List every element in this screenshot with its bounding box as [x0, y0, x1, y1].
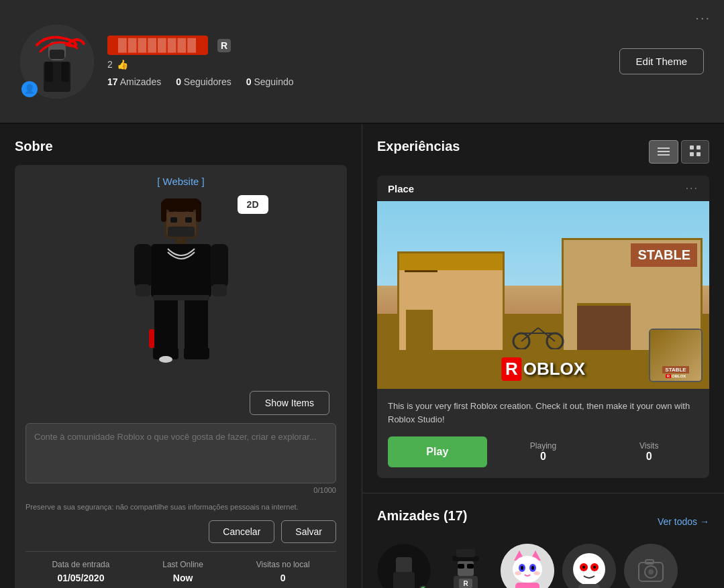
show-items-button[interactable]: Show Items — [250, 391, 329, 415]
friend-item[interactable] — [377, 544, 431, 588]
svg-point-72 — [593, 566, 596, 569]
visitas-label: Visitas no local — [256, 560, 310, 569]
place-image: HOTEL STABLE — [377, 201, 709, 389]
view-toggle — [649, 140, 709, 164]
online-indicator — [419, 585, 428, 588]
svg-rect-29 — [184, 347, 209, 359]
data-entrada-label: Data de entrada — [52, 560, 109, 569]
svg-rect-27 — [153, 295, 209, 300]
avatar-3d-container: 2D — [94, 195, 268, 383]
grid-view-button[interactable] — [681, 140, 709, 164]
svg-rect-37 — [690, 152, 694, 156]
visitas: Visitas no local 0 — [256, 560, 310, 584]
last-online: Last Online Now — [162, 560, 203, 584]
svg-rect-25 — [154, 296, 178, 350]
place-header: Place ··· — [377, 176, 709, 201]
username-block: ████████ — [107, 36, 208, 55]
likes-row: 2 👍 — [107, 59, 294, 70]
avatar-3d — [121, 198, 242, 379]
svg-rect-3 — [50, 50, 64, 59]
friend-avatar — [501, 544, 554, 588]
svg-rect-51 — [458, 564, 464, 569]
save-button[interactable]: Salvar — [281, 520, 336, 543]
svg-rect-46 — [393, 572, 415, 588]
svg-rect-52 — [467, 564, 474, 569]
place-dots-menu[interactable]: ··· — [686, 182, 699, 194]
username-tag: R — [216, 38, 232, 54]
list-view-button[interactable] — [649, 140, 678, 164]
amizades-section: Amizades (17) Ver todos → — [362, 493, 724, 588]
svg-point-77 — [648, 569, 654, 575]
amizades-stat[interactable]: 17 Amizades — [107, 76, 161, 87]
svg-point-64 — [515, 571, 521, 575]
friend-item[interactable]: Soul — [624, 544, 678, 588]
place-title: Place — [388, 183, 414, 194]
avatar-container: 👤 — [20, 25, 94, 99]
friend-item[interactable] — [562, 544, 616, 588]
seguidores-stat[interactable]: 0 Seguidores — [176, 76, 231, 87]
svg-rect-22 — [211, 244, 228, 288]
play-area: Play Playing 0 Visits 0 — [377, 436, 709, 478]
likes-count: 2 — [107, 59, 113, 70]
svg-rect-26 — [185, 296, 208, 350]
svg-rect-33 — [658, 151, 670, 152]
ver-todos-link[interactable]: Ver todos → — [658, 516, 709, 527]
visits-stat: Visits 0 — [599, 441, 699, 463]
svg-rect-38 — [696, 152, 701, 156]
experiencias-header: Experiências — [377, 139, 709, 165]
svg-rect-5 — [61, 62, 69, 82]
right-panel: Experiências Place ··· — [362, 124, 724, 493]
playing-stat: Playing 0 — [494, 441, 593, 463]
svg-point-71 — [582, 566, 585, 569]
main-content: Sobre [ Website ] 2D — [0, 124, 724, 588]
username-area: ████████ R — [107, 36, 294, 55]
svg-rect-4 — [45, 62, 53, 82]
cancel-button[interactable]: Cancelar — [209, 520, 274, 543]
toggle-2d-button[interactable]: 2D — [238, 195, 268, 214]
last-online-label: Last Online — [162, 560, 203, 569]
seguindo-stat[interactable]: 0 Seguindo — [246, 76, 294, 87]
friend-avatar: R — [439, 544, 493, 588]
meta-row: Data de entrada 01/05/2020 Last Online N… — [25, 551, 336, 584]
svg-rect-66 — [515, 583, 539, 588]
play-button[interactable]: Play — [388, 436, 487, 467]
friend-avatar — [624, 544, 678, 588]
sobre-title: Sobre — [15, 139, 347, 154]
right-panels: Experiências Place ··· — [362, 124, 724, 588]
svg-rect-21 — [134, 244, 152, 288]
profile-info: ████████ R 2 👍 17 Amizades — [107, 36, 294, 87]
svg-text:R: R — [221, 40, 227, 51]
edit-theme-button[interactable]: Edit Theme — [619, 48, 704, 74]
svg-point-65 — [533, 571, 540, 575]
action-buttons: Cancelar Salvar — [209, 520, 336, 543]
svg-rect-18 — [168, 227, 195, 237]
svg-rect-24 — [212, 284, 227, 296]
svg-rect-17 — [185, 217, 192, 223]
svg-point-59 — [513, 556, 542, 583]
svg-rect-23 — [136, 284, 150, 296]
svg-rect-30 — [149, 329, 154, 348]
svg-rect-34 — [658, 154, 670, 156]
banner-dots-menu[interactable]: ··· — [695, 10, 711, 25]
friend-item[interactable]: R — [439, 544, 493, 588]
western-scene: HOTEL STABLE — [377, 201, 709, 389]
svg-point-31 — [159, 356, 172, 363]
svg-rect-45 — [396, 557, 412, 573]
friend-avatar — [562, 544, 616, 588]
likes-icon: 👍 — [117, 59, 128, 70]
svg-rect-73 — [578, 584, 600, 588]
svg-rect-10 — [161, 202, 166, 222]
sobre-card: [ Website ] 2D — [15, 165, 347, 588]
about-textarea[interactable] — [25, 423, 336, 483]
friend-item[interactable] — [501, 544, 554, 588]
svg-rect-14 — [177, 198, 185, 209]
data-entrada: Data de entrada 01/05/2020 — [52, 560, 109, 584]
profile-left: 👤 ████████ R 2 👍 — [20, 25, 294, 99]
place-description: This is your very first Roblox creation.… — [377, 389, 709, 436]
visitas-value: 0 — [280, 573, 286, 583]
website-link[interactable]: [ Website ] — [157, 176, 205, 187]
char-count: 0/1000 — [313, 486, 336, 494]
svg-rect-20 — [151, 244, 211, 298]
visits-value: 0 — [646, 451, 652, 462]
playing-value: 0 — [540, 451, 546, 462]
